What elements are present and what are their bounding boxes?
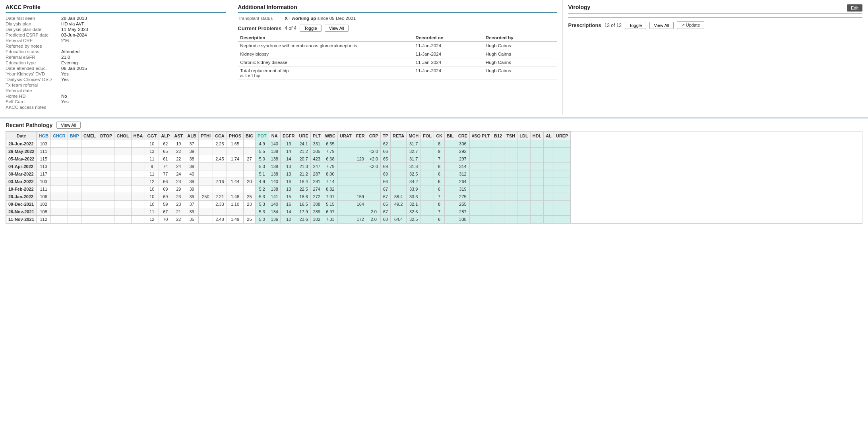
pathology-col-egfr: EGFR: [280, 132, 297, 140]
transplant-label: Transplant status: [238, 16, 273, 21]
pathology-table-wrapper: DateHGBCHCRBNPCMELDTOPCHOLHBAGGTALPASTAL…: [6, 131, 862, 224]
pathology-cell-chol: [114, 186, 131, 193]
pathology-cell-bic: [244, 170, 256, 178]
virology-edit-button[interactable]: Edit: [847, 4, 862, 12]
pathology-cell-reta: [391, 140, 407, 148]
pathology-col-ggt: GGT: [145, 132, 159, 140]
pathology-cell-bnp: [68, 170, 81, 178]
pathology-cell-crp: [367, 193, 380, 201]
pathology-row: 04-Apr-202211397424395.01381321.32477.79…: [6, 163, 571, 170]
pathology-cell-crp: 2.0: [367, 208, 380, 216]
pathology-cell-ggt: 11: [145, 170, 159, 178]
pathology-cell-cre: 255: [456, 201, 469, 208]
pathology-cell-hba: [131, 148, 145, 155]
pathology-cell-bil: [445, 170, 456, 178]
pathology-cell-bnp: [68, 216, 81, 223]
problem-by: Hugh Cairns: [483, 67, 557, 80]
problems-view-all-button[interactable]: View All: [325, 25, 349, 32]
pathology-cell-pthi: [198, 178, 213, 186]
pathology-cell-ure: 17.9: [297, 208, 310, 216]
transplant-row: Transplant status X - working up since 0…: [238, 16, 556, 21]
problems-col-date: Recorded on: [413, 34, 483, 42]
pathology-cell-sq_plt: [470, 140, 492, 148]
pathology-title: Recent Pathology: [6, 122, 52, 128]
prescriptions-update-button[interactable]: ↗ Update: [677, 21, 705, 29]
pathology-cell-pot: 5.0: [255, 163, 269, 170]
pathology-cell-ck: 6: [434, 170, 445, 178]
pathology-cell-urep: [554, 140, 570, 148]
pathology-cell-pthi: [198, 201, 213, 208]
pathology-cell-pot: 4.9: [255, 140, 269, 148]
pathology-cell-urat: [337, 186, 354, 193]
pathology-cell-hgb: 108: [37, 208, 50, 216]
pathology-cell-date: 26-Nov-2021: [6, 208, 37, 216]
pathology-cell-cmel: [81, 170, 98, 178]
pathology-cell-cca: 2.25: [213, 140, 227, 148]
pathology-cell-egfr: 12: [280, 216, 297, 223]
pathology-cell-al: [544, 208, 554, 216]
pathology-cell-al: [544, 216, 554, 223]
akcc-fields: Date first seen28-Jan-2013Dialysis planH…: [6, 16, 226, 110]
akcc-field-label: 'Dialysis Choices' DVD: [6, 77, 61, 82]
pathology-cell-ggt: 11: [145, 155, 159, 163]
pathology-row: 11-Nov-2021112127022352.481.49255.013612…: [6, 216, 571, 223]
pathology-cell-reta: 88.4: [391, 193, 407, 201]
pathology-cell-fol: [421, 208, 434, 216]
akcc-field-value: Evening: [61, 60, 78, 65]
pathology-cell-ast: 24: [172, 170, 185, 178]
akcc-field-value: 216: [61, 38, 69, 43]
pathology-cell-cre: 264: [456, 178, 469, 186]
pathology-cell-date: 20-Jun-2022: [6, 140, 37, 148]
pathology-cell-b12: [492, 208, 504, 216]
pathology-col-ck: CK: [434, 132, 445, 140]
pathology-col-al: AL: [544, 132, 554, 140]
pathology-row: 09-Dec-2021102105923372.331.10235.314016…: [6, 201, 571, 208]
pathology-cell-ure: 21.2: [297, 170, 310, 178]
pathology-cell-crp: <2.0: [367, 163, 380, 170]
pathology-cell-ck: 7: [434, 193, 445, 201]
pathology-cell-fol: [421, 163, 434, 170]
pathology-cell-tp: 68: [380, 216, 390, 223]
pathology-cell-cca: [213, 170, 227, 178]
pathology-cell-cca: 2.45: [213, 155, 227, 163]
pathology-cell-ggt: 13: [145, 148, 159, 155]
pathology-cell-alp: 74: [159, 163, 172, 170]
pathology-col-pot: POT: [255, 132, 269, 140]
pathology-col-bil: BIL: [445, 132, 456, 140]
pathology-cell-ast: 22: [172, 216, 185, 223]
pathology-cell-reta: [391, 155, 407, 163]
pathology-cell-urep: [554, 163, 570, 170]
prescriptions-toggle-button[interactable]: Toggle: [625, 22, 646, 29]
pathology-cell-b12: [492, 163, 504, 170]
akcc-field-label: Date attended educ.: [6, 66, 61, 71]
pathology-cell-ldl: [517, 216, 530, 223]
pathology-cell-phos: 1.48: [227, 193, 243, 201]
problems-toggle-button[interactable]: Toggle: [300, 25, 321, 32]
pathology-cell-crp: <2.0: [367, 148, 380, 155]
pathology-cell-crp: <2.0: [367, 155, 380, 163]
pathology-cell-date: 10-Feb-2022: [6, 186, 37, 193]
prescriptions-view-all-button[interactable]: View All: [649, 22, 673, 29]
pathology-cell-chcr: [50, 186, 68, 193]
pathology-cell-bil: [445, 178, 456, 186]
pathology-cell-alb: 39: [185, 148, 199, 155]
pathology-cell-urep: [554, 201, 570, 208]
pathology-cell-hdl: [530, 201, 544, 208]
pathology-cell-bil: [445, 155, 456, 163]
pathology-cell-bic: [244, 148, 256, 155]
pathology-cell-alp: 69: [159, 193, 172, 201]
pathology-view-all-button[interactable]: View All: [56, 122, 80, 129]
pathology-col-cmel: CMEL: [81, 132, 98, 140]
pathology-cell-al: [544, 178, 554, 186]
pathology-cell-na: 138: [269, 155, 280, 163]
pathology-cell-na: 138: [269, 163, 280, 170]
pathology-col-plt: PLT: [310, 132, 323, 140]
pathology-cell-tsh: [504, 163, 517, 170]
pathology-cell-na: 140: [269, 201, 280, 208]
pathology-cell-ast: 23: [172, 178, 185, 186]
pathology-cell-date: 11-Nov-2021: [6, 216, 37, 223]
pathology-cell-na: 136: [269, 216, 280, 223]
pathology-cell-hba: [131, 193, 145, 201]
akcc-profile-panel: AKCC Profile Date first seen28-Jan-2013D…: [0, 0, 232, 114]
pathology-cell-ldl: [517, 163, 530, 170]
